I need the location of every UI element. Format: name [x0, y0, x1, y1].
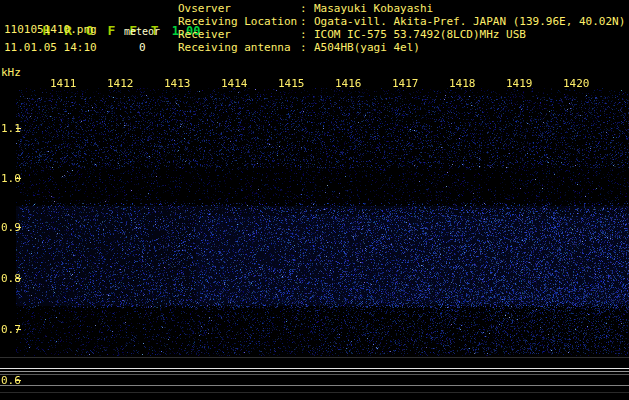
y-axis-tick [16, 278, 21, 279]
info-row-location: Receiving Location : Ogata-vill. Akita-P… [178, 15, 625, 28]
info-row-antenna: Receiving antenna : A504HB(yagi 4el) [178, 41, 625, 54]
level-trace-line [0, 385, 629, 386]
x-axis-label: 1419 [506, 77, 533, 90]
info-value: Masayuki Kobayashi [314, 2, 433, 15]
y-axis-tick [16, 178, 21, 179]
meteor-count-label: meteor [124, 26, 160, 37]
info-colon: : [300, 28, 314, 41]
info-label: Receiving antenna [178, 41, 300, 54]
y-axis-tick [16, 329, 21, 330]
timestamp: 11.01.05 14:10 [4, 41, 97, 54]
level-trace-line [0, 357, 629, 358]
spectrogram-canvas [16, 88, 629, 356]
meteor-count-value: 0 [139, 41, 146, 54]
level-trace-line [0, 371, 629, 372]
info-colon: : [300, 2, 314, 15]
hrofft-output: H R O F F T1.00 1101051410.png meteor 0 … [0, 0, 629, 400]
y-axis-unit-label: kHz [1, 66, 21, 79]
level-trace-line [0, 374, 629, 375]
info-label: Ovserver [178, 2, 300, 15]
x-axis-label: 1414 [221, 77, 248, 90]
observer-info: Ovserver : Masayuki Kobayashi Receiving … [178, 2, 625, 54]
y-axis-tick [16, 128, 21, 129]
x-axis-label: 1413 [164, 77, 191, 90]
x-axis-label: 1411 [50, 77, 77, 90]
x-axis-label: 1418 [449, 77, 476, 90]
info-colon: : [300, 41, 314, 54]
filename: 1101051410.png [4, 23, 97, 36]
info-label: Receiver [178, 28, 300, 41]
info-row-observer: Ovserver : Masayuki Kobayashi [178, 2, 625, 15]
x-axis-label: 1412 [107, 77, 134, 90]
x-axis-label: 1415 [278, 77, 305, 90]
info-colon: : [300, 15, 314, 28]
x-axis-label: 1417 [392, 77, 419, 90]
x-axis-label: 1416 [335, 77, 362, 90]
level-trace-line [0, 392, 629, 393]
info-row-receiver: Receiver : ICOM IC-575 53.7492(8LCD)MHz … [178, 28, 625, 41]
info-value: ICOM IC-575 53.7492(8LCD)MHz USB [314, 28, 526, 41]
x-axis-label: 1420 [563, 77, 590, 90]
y-axis-tick [16, 380, 21, 381]
y-axis-tick [16, 227, 21, 228]
level-trace-line [0, 368, 629, 369]
info-label: Receiving Location [178, 15, 300, 28]
info-value: Ogata-vill. Akita-Pref. JAPAN (139.96E, … [314, 15, 625, 28]
info-value: A504HB(yagi 4el) [314, 41, 420, 54]
